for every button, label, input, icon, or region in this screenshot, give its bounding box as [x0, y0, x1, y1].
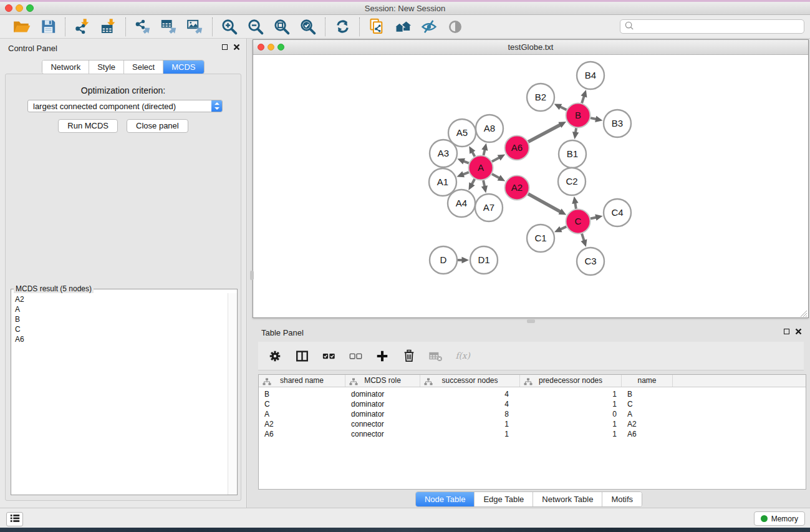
export-table-icon[interactable] [160, 17, 178, 36]
column-header-shared-name[interactable]: shared name [259, 375, 345, 387]
table-cell[interactable]: C [622, 399, 673, 409]
table-cell[interactable]: 1 [420, 419, 520, 429]
table-cell[interactable]: dominator [345, 409, 420, 419]
table-tab-edge-table[interactable]: Edge Table [475, 492, 533, 506]
float-table-panel-icon[interactable] [784, 329, 789, 334]
table-cell[interactable]: 1 [520, 429, 622, 439]
table-cell[interactable]: 1 [520, 389, 622, 399]
table-row[interactable]: Cdominator41C [259, 399, 806, 409]
node-A1[interactable]: A1 [429, 168, 456, 196]
table-cell[interactable]: A6 [259, 429, 345, 439]
node-A2[interactable]: A2 [505, 176, 529, 200]
node-A7[interactable]: A7 [475, 194, 503, 221]
close-panel-icon[interactable] [233, 44, 240, 51]
resize-grip-icon[interactable] [799, 309, 808, 317]
horizontal-scrollbar-nub[interactable] [527, 319, 535, 323]
node-C1[interactable]: C1 [527, 225, 554, 252]
open-session-icon[interactable] [12, 17, 31, 36]
search-field[interactable] [620, 19, 804, 34]
column-layout-icon[interactable] [294, 348, 310, 364]
table-cell[interactable]: connector [345, 419, 420, 429]
node-A[interactable]: A [469, 156, 493, 180]
column-header-MCDS-role[interactable]: MCDS role [345, 375, 420, 387]
node-C4[interactable]: C4 [604, 199, 631, 226]
network-list-button[interactable] [6, 512, 23, 526]
table-row[interactable]: Adominator80A [259, 409, 806, 419]
save-session-icon[interactable] [39, 17, 57, 36]
zoom-in-icon[interactable] [220, 17, 239, 36]
table-cell[interactable]: connector [345, 429, 420, 439]
node-C3[interactable]: C3 [577, 248, 604, 275]
table-cell[interactable]: 0 [520, 409, 622, 419]
zoom-fit-icon[interactable] [272, 17, 291, 36]
close-table-panel-icon[interactable] [795, 328, 802, 335]
deselect-all-checks-icon[interactable] [347, 348, 364, 364]
home-layout-icon[interactable] [393, 17, 412, 36]
table-row[interactable]: A6connector11A6 [259, 429, 806, 439]
table-cell[interactable]: A6 [622, 429, 673, 439]
zoom-out-icon[interactable] [246, 17, 265, 36]
table-row[interactable]: A2connector11A2 [259, 419, 806, 429]
column-header-predecessor-nodes[interactable]: predecessor nodes [520, 375, 622, 387]
node-B1[interactable]: B1 [559, 140, 586, 168]
delete-column-icon[interactable] [401, 348, 417, 364]
node-C[interactable]: C [566, 210, 591, 234]
table-cell[interactable]: B [259, 389, 345, 399]
import-network-icon[interactable] [73, 17, 92, 36]
table-cell[interactable]: 4 [420, 389, 520, 399]
table-tab-motifs[interactable]: Motifs [602, 492, 642, 506]
hide-graphics-details-icon[interactable] [420, 17, 438, 36]
table-cell[interactable]: B [622, 389, 673, 399]
tab-style[interactable]: Style [89, 60, 124, 74]
table-cell[interactable]: C [259, 399, 345, 409]
network-canvas[interactable]: B4B2BB3A8A5A6A3B1AA1C2A2A4A7C4CC1C3DD1 [253, 55, 808, 317]
table-cell[interactable]: A2 [259, 419, 345, 429]
node-B2[interactable]: B2 [527, 84, 554, 111]
node-A6[interactable]: A6 [505, 136, 529, 160]
tab-mcds[interactable]: MCDS [163, 60, 203, 74]
memory-button[interactable]: Memory [754, 511, 805, 526]
close-panel-button[interactable]: Close panel [127, 119, 188, 133]
node-B3[interactable]: B3 [604, 110, 631, 137]
export-image-icon[interactable] [186, 17, 205, 36]
add-column-icon[interactable] [374, 348, 390, 364]
node-B[interactable]: B [566, 104, 591, 128]
node-D[interactable]: D [430, 246, 457, 274]
node-D1[interactable]: D1 [470, 246, 498, 274]
run-mcds-button[interactable]: Run MCDS [58, 119, 118, 133]
search-input[interactable] [634, 20, 804, 33]
table-cell[interactable]: A2 [622, 419, 673, 429]
table-cell[interactable]: 1 [520, 419, 622, 429]
export-network-icon[interactable] [133, 17, 152, 36]
import-table-icon[interactable] [99, 17, 118, 36]
table-row[interactable]: Bdominator41B [259, 389, 806, 399]
tab-select[interactable]: Select [124, 60, 163, 74]
copy-network-icon[interactable] [367, 17, 386, 36]
table-cell[interactable]: dominator [345, 389, 420, 399]
zoom-selected-icon[interactable] [299, 17, 317, 36]
column-header-name[interactable]: name [622, 375, 673, 387]
table-cell[interactable]: 4 [420, 399, 520, 409]
table-cell[interactable]: 8 [420, 409, 520, 419]
refresh-layout-icon[interactable] [333, 17, 352, 36]
float-panel-icon[interactable] [222, 44, 228, 50]
table-tab-network-table[interactable]: Network Table [533, 492, 602, 506]
dropdown-stepper-icon[interactable] [211, 100, 222, 112]
table-cell[interactable]: dominator [345, 399, 420, 409]
result-scrollbar[interactable] [228, 293, 237, 495]
node-A3[interactable]: A3 [430, 140, 457, 167]
gear-icon[interactable] [267, 348, 283, 364]
tab-network[interactable]: Network [42, 60, 89, 74]
node-C2[interactable]: C2 [558, 168, 586, 195]
criterion-dropdown[interactable]: largest connected component (directed) [27, 100, 223, 112]
table-cell[interactable]: 1 [520, 399, 622, 409]
table-tab-node-table[interactable]: Node Table [416, 492, 475, 506]
node-A8[interactable]: A8 [476, 115, 503, 142]
table-cell[interactable]: A [259, 409, 345, 419]
node-A4[interactable]: A4 [448, 190, 475, 217]
select-all-checks-icon[interactable] [321, 348, 337, 364]
table-cell[interactable]: 1 [420, 429, 520, 439]
vertical-scrollbar-nub[interactable] [250, 271, 254, 280]
table-cell[interactable]: A [622, 409, 673, 419]
column-header-successor-nodes[interactable]: successor nodes [420, 375, 520, 387]
